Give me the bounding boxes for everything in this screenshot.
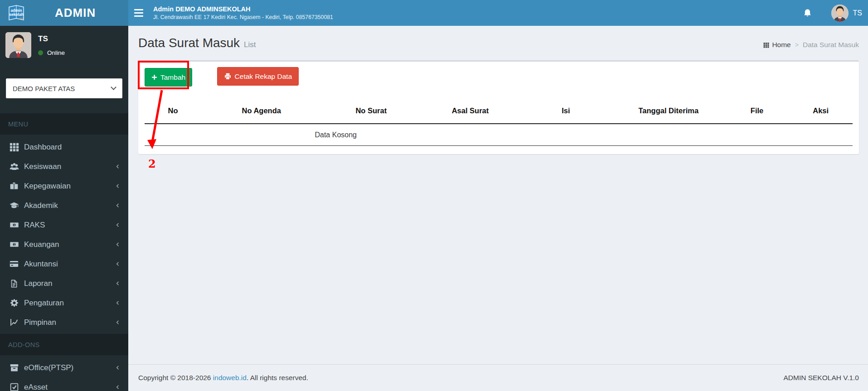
users-icon — [8, 162, 20, 172]
panel-toolbar: Tambah Cetak Rekap Data — [145, 67, 853, 87]
file-text-icon — [8, 279, 20, 289]
breadcrumb-home-link[interactable]: Home — [772, 41, 790, 49]
user-name: TS — [38, 34, 65, 43]
navbar-user-initials: TS — [853, 9, 862, 17]
surat-masuk-table: No No Agenda No Surat Asal Surat Isi Tan… — [145, 100, 853, 146]
column-header-tanggal-diterima: Tanggal Diterima — [612, 100, 725, 124]
online-status: Online — [38, 49, 65, 56]
sidebar-item-keuangan[interactable]: 1 Keuangan — [0, 235, 128, 254]
navbar-user-menu[interactable]: TS — [831, 5, 862, 22]
sidebar-addons-menu: eOffice(PTSP) eAsset — [0, 355, 128, 391]
school-name: Admin DEMO ADMINSEKOLAH — [153, 5, 333, 14]
check-square-icon — [8, 382, 20, 391]
menu-section-header: MENU — [0, 113, 128, 135]
addons-section-header: ADD-ONS — [0, 334, 128, 355]
annotation-step-number: 2 — [148, 157, 156, 170]
empty-table-row: Data Kosong — [145, 124, 853, 146]
chevron-left-icon — [115, 319, 121, 326]
logo-title: ADMIN — [55, 6, 96, 20]
column-header-no-surat: No Surat — [321, 100, 421, 124]
breadcrumb-separator: > — [795, 41, 799, 48]
chevron-left-icon — [115, 384, 121, 391]
table-header-row: No No Agenda No Surat Asal Surat Isi Tan… — [145, 100, 853, 124]
sidebar-item-akademik[interactable]: Akademik — [0, 196, 128, 215]
column-header-aksi: Aksi — [789, 100, 853, 124]
chevron-left-icon — [115, 261, 121, 267]
svg-text:1: 1 — [13, 223, 15, 227]
sidebar-item-kepegawaian[interactable]: Kepegawaian — [0, 176, 128, 196]
sidebar-item-dashboard[interactable]: Dashboard — [0, 137, 128, 157]
svg-text:sekolah: sekolah — [9, 12, 24, 17]
app-version: ADMIN SEKOLAH V.1.0 — [783, 374, 859, 382]
page-subtitle: List — [244, 40, 256, 49]
chevron-left-icon — [115, 241, 121, 248]
th-grid-icon — [763, 42, 769, 48]
sidebar-toggle-button[interactable] — [128, 0, 149, 26]
column-header-asal-surat: Asal Surat — [421, 100, 520, 124]
indoweb-link[interactable]: indoweb.id — [213, 374, 247, 381]
package-select-wrap: DEMO PAKET ATAS — [6, 78, 122, 98]
avatar — [831, 5, 849, 22]
cetak-rekap-button[interactable]: Cetak Rekap Data — [217, 67, 299, 86]
school-info: Admin DEMO ADMINSEKOLAH Jl. Cendrawasih … — [153, 5, 333, 21]
app-logo[interactable]: admin sekolah .net ADMIN — [0, 0, 128, 26]
footer: Copyright © 2018-2026 indoweb.id. All ri… — [128, 364, 868, 391]
page-title: Data Surat MasukList — [138, 35, 256, 53]
breadcrumb: Home > Data Surat Masuk — [763, 41, 859, 49]
sidebar-item-eoffice[interactable]: eOffice(PTSP) — [0, 358, 128, 377]
svg-text:.net: .net — [19, 17, 23, 19]
archive-icon — [8, 363, 20, 372]
sidebar-item-laporan[interactable]: Laporan — [0, 274, 128, 293]
line-chart-icon — [8, 318, 20, 327]
svg-text:1: 1 — [13, 243, 15, 246]
graduation-cap-icon — [8, 201, 20, 210]
chevron-left-icon — [115, 364, 121, 371]
notifications-bell-icon[interactable] — [803, 8, 812, 18]
chevron-left-icon — [115, 299, 121, 306]
breadcrumb-current: Data Surat Masuk — [803, 41, 859, 49]
empty-message: Data Kosong — [145, 131, 527, 139]
navbar-right: TS — [803, 5, 868, 22]
gear-icon — [8, 298, 20, 308]
th-grid-icon — [8, 142, 20, 152]
chevron-left-icon — [115, 280, 121, 287]
column-header-no-agenda: No Agenda — [201, 100, 322, 124]
sidebar-item-raks[interactable]: 1 RAKS — [0, 215, 128, 235]
sidebar-item-pimpinan[interactable]: Pimpinan — [0, 313, 128, 332]
briefcase-icon — [8, 181, 20, 191]
tambah-button[interactable]: Tambah — [145, 68, 192, 87]
sidebar-item-kesiswaan[interactable]: Kesiswaan — [0, 157, 128, 176]
sidebar-item-pengaturan[interactable]: Pengaturan — [0, 293, 128, 313]
sidebar-menu: Dashboard Kesiswaan Kepegawaian Akademik — [0, 135, 128, 332]
credit-card-icon — [8, 259, 20, 269]
chevron-left-icon — [115, 163, 121, 170]
sidebar: TS Online DEMO PAKET ATAS MENU Dashboard… — [0, 26, 128, 391]
sidebar-user-info: TS Online — [38, 32, 65, 78]
sidebar-item-akuntansi[interactable]: Akuntansi — [0, 254, 128, 274]
admin-sekolah-logo-icon: admin sekolah .net — [7, 4, 26, 22]
chevron-left-icon — [115, 222, 121, 228]
sidebar-item-easset[interactable]: eAsset — [0, 377, 128, 391]
column-header-no: No — [145, 100, 201, 124]
package-select[interactable]: DEMO PAKET ATAS — [6, 78, 122, 98]
online-dot-icon — [38, 50, 43, 55]
content-area: Data Surat MasukList Home > Data Surat M… — [128, 26, 868, 391]
plus-icon — [151, 74, 157, 80]
copyright: Copyright © 2018-2026 indoweb.id. All ri… — [138, 374, 308, 382]
column-header-isi: Isi — [520, 100, 612, 124]
money-icon: 1 — [8, 240, 20, 249]
money-icon: 1 — [8, 220, 20, 230]
column-header-file: File — [725, 100, 789, 124]
chevron-left-icon — [115, 183, 121, 189]
printer-icon — [224, 72, 232, 80]
school-address: Jl. Cendrawasih EE 17 Kediri Kec. Ngasem… — [153, 14, 333, 21]
content-header: Data Surat MasukList Home > Data Surat M… — [128, 26, 868, 53]
sidebar-user-panel: TS Online — [0, 26, 128, 78]
avatar — [5, 32, 31, 58]
navbar: Admin DEMO ADMINSEKOLAH Jl. Cendrawasih … — [128, 0, 868, 26]
online-label: Online — [47, 49, 65, 56]
top-navbar: admin sekolah .net ADMIN Admin DEMO ADMI… — [0, 0, 868, 26]
chevron-left-icon — [115, 202, 121, 209]
data-panel: Tambah Cetak Rekap Data No No Agenda No … — [138, 60, 859, 154]
